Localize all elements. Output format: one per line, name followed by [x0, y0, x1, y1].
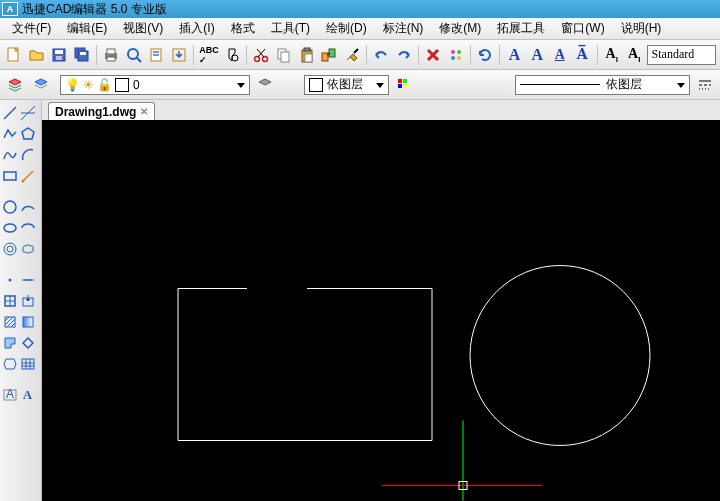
new-button[interactable]	[4, 44, 25, 66]
saveall-button[interactable]	[72, 44, 93, 66]
linetype-label: 依图层	[606, 76, 642, 93]
point-tool[interactable]	[1, 271, 19, 289]
spellcheck-button[interactable]: ABC✓	[198, 44, 220, 66]
menu-window[interactable]: 窗口(W)	[553, 18, 612, 39]
text-height2-button[interactable]: AI	[624, 44, 645, 66]
arc-tool[interactable]	[19, 146, 37, 164]
layer-prev-button[interactable]	[254, 74, 276, 96]
drawing-canvas[interactable]	[42, 120, 720, 501]
svg-rect-2	[55, 50, 63, 54]
svg-point-52	[8, 279, 11, 282]
save-button[interactable]	[49, 44, 70, 66]
block-tool[interactable]	[1, 292, 19, 310]
layer-combo[interactable]: 💡 ☀ 🔓 0	[60, 75, 250, 95]
brush-button[interactable]	[341, 44, 362, 66]
table-tool[interactable]	[19, 355, 37, 373]
wipeout-tool[interactable]	[1, 355, 19, 373]
text-style-combo[interactable]: Standard	[647, 45, 716, 65]
text-a1-button[interactable]: A	[504, 44, 525, 66]
text-style1-button[interactable]: A	[549, 44, 570, 66]
divide-tool[interactable]	[19, 271, 37, 289]
svg-line-46	[23, 171, 33, 181]
line-tool[interactable]	[1, 104, 19, 122]
arc3p-tool[interactable]	[19, 198, 37, 216]
boundary-tool[interactable]	[19, 334, 37, 352]
menu-view[interactable]: 视图(V)	[115, 18, 171, 39]
ellipse-tool[interactable]	[1, 219, 19, 237]
work-area: A A Drawing1.dwg ✕	[0, 100, 720, 501]
svg-point-49	[4, 224, 16, 232]
ellipsearc-tool[interactable]	[19, 219, 37, 237]
ray-tool[interactable]	[19, 167, 37, 185]
text-style2-button[interactable]: A̅	[572, 44, 593, 66]
mtext-tool[interactable]: A	[1, 386, 19, 404]
title-bar: A 迅捷CAD编辑器 5.0 专业版	[0, 0, 720, 18]
text-height1-button[interactable]: AI	[601, 44, 622, 66]
polygon-tool[interactable]	[19, 125, 37, 143]
region-tool[interactable]	[1, 334, 19, 352]
matchprop-button[interactable]	[319, 44, 340, 66]
revcloud-tool[interactable]	[19, 240, 37, 258]
find-button[interactable]	[222, 44, 243, 66]
menu-ext[interactable]: 拓展工具	[489, 18, 553, 39]
menu-help[interactable]: 说明(H)	[613, 18, 670, 39]
text-tool[interactable]: A	[19, 386, 37, 404]
preview-button[interactable]	[124, 44, 145, 66]
svg-rect-13	[153, 51, 159, 53]
document-tab[interactable]: Drawing1.dwg ✕	[48, 102, 155, 120]
text-a2-button[interactable]: A	[527, 44, 548, 66]
main-toolbar: ABC✓ A A A A̅ AI AI Standard	[0, 40, 720, 70]
open-button[interactable]	[27, 44, 48, 66]
svg-point-74	[470, 266, 650, 446]
menu-bar: 文件(F) 编辑(E) 视图(V) 插入(I) 格式 工具(T) 绘制(D) 标…	[0, 18, 720, 40]
cut-button[interactable]	[251, 44, 272, 66]
plot-button[interactable]	[146, 44, 167, 66]
linetype-pick-button[interactable]	[694, 74, 716, 96]
draw-toolbar: A A	[0, 100, 42, 501]
layer-manager-button[interactable]	[4, 74, 26, 96]
export-button[interactable]	[169, 44, 190, 66]
print-button[interactable]	[101, 44, 122, 66]
menu-dim[interactable]: 标注(N)	[375, 18, 432, 39]
redo-button[interactable]	[393, 44, 414, 66]
circle-tool[interactable]	[1, 198, 19, 216]
menu-modify[interactable]: 修改(M)	[431, 18, 489, 39]
color-combo[interactable]: 依图层	[304, 75, 389, 95]
rectangle-tool[interactable]	[1, 167, 19, 185]
menu-format[interactable]: 格式	[223, 18, 263, 39]
svg-text:A: A	[6, 387, 14, 401]
svg-point-56	[30, 279, 32, 281]
xline-tool[interactable]	[19, 104, 37, 122]
spline-tool[interactable]	[1, 146, 19, 164]
donut-tool[interactable]	[1, 240, 19, 258]
menu-edit[interactable]: 编辑(E)	[59, 18, 115, 39]
linetype-combo[interactable]: 依图层	[515, 75, 690, 95]
svg-line-62	[5, 317, 9, 321]
menu-insert[interactable]: 插入(I)	[171, 18, 222, 39]
svg-rect-38	[403, 84, 407, 88]
svg-rect-25	[305, 54, 312, 62]
polyline-tool[interactable]	[1, 125, 19, 143]
copy-button[interactable]	[274, 44, 295, 66]
undo-button[interactable]	[371, 44, 392, 66]
delete-button[interactable]	[423, 44, 444, 66]
svg-point-34	[457, 56, 461, 60]
menu-file[interactable]: 文件(F)	[4, 18, 59, 39]
layer-state-button[interactable]	[30, 74, 52, 96]
insert-tool[interactable]	[19, 292, 37, 310]
paste-button[interactable]	[296, 44, 317, 66]
menu-draw[interactable]: 绘制(D)	[318, 18, 375, 39]
menu-tool[interactable]: 工具(T)	[263, 18, 318, 39]
svg-rect-3	[56, 56, 62, 60]
refresh-button[interactable]	[475, 44, 496, 66]
gradient-tool[interactable]	[19, 313, 37, 331]
svg-line-64	[7, 319, 15, 327]
hatch-tool[interactable]	[1, 313, 19, 331]
purge-button[interactable]	[445, 44, 466, 66]
color-pick-button[interactable]	[393, 74, 415, 96]
svg-rect-14	[153, 54, 159, 56]
tab-close-icon[interactable]: ✕	[140, 106, 148, 117]
layer-color-swatch	[115, 78, 129, 92]
canvas-area: Drawing1.dwg ✕	[42, 100, 720, 501]
svg-point-33	[451, 56, 455, 60]
